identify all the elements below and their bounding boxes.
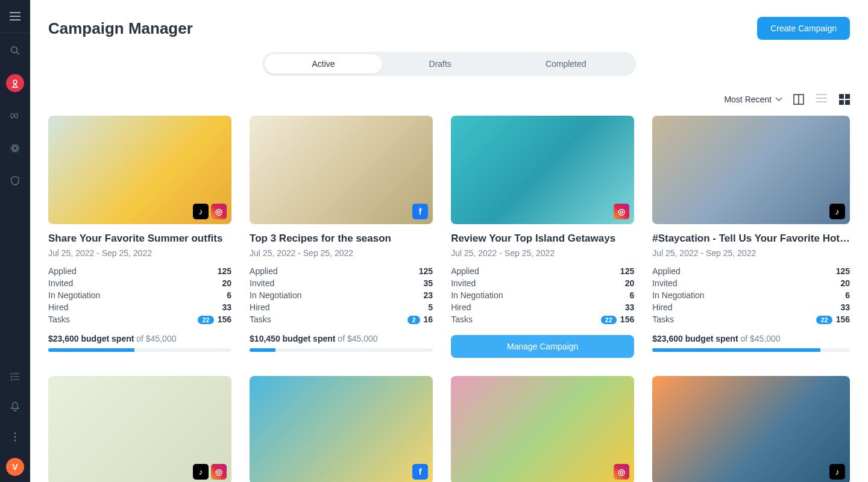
campaign-stats: Applied125Invited35In Negotiation23Hired… (250, 266, 433, 327)
stat-row-invited: Invited20 (48, 278, 231, 288)
campaign-image[interactable]: f (250, 116, 433, 224)
avatar[interactable]: V (6, 458, 24, 476)
campaign-image[interactable]: ♪ (652, 116, 850, 224)
svg-point-5 (14, 433, 16, 434)
budget-progress (250, 348, 433, 352)
tab-completed[interactable]: Completed (498, 54, 634, 74)
sort-dropdown[interactable]: Most Recent (724, 95, 782, 104)
tt-icon: ♪ (193, 204, 209, 219)
stat-value: 33 (222, 302, 231, 312)
shield-icon[interactable] (6, 172, 24, 190)
checklist-icon[interactable] (6, 368, 24, 386)
platform-badges: f (412, 464, 428, 480)
campaign-title[interactable]: Top 3 Recipes for the season (250, 233, 433, 245)
platform-badges: ◎ (614, 204, 629, 219)
stat-label: Invited (48, 278, 73, 288)
campaign-image[interactable]: ♪◎ (48, 376, 231, 482)
platform-badges: ♪◎ (193, 464, 227, 480)
tt-icon: ♪ (829, 464, 845, 480)
campaign-date: Jul 25, 2022 - Sep 25, 2022 (48, 248, 231, 258)
stat-row-invited: Invited35 (250, 278, 433, 288)
stat-label: Tasks (250, 315, 271, 324)
stat-value: 6 (629, 290, 634, 300)
campaign-image[interactable]: ◎ (451, 116, 634, 224)
campaign-date: Jul 25, 2022 - Sep 25, 2022 (652, 248, 850, 258)
stat-value: 5 (428, 302, 433, 312)
stat-row-tasks: Tasks22156 (48, 315, 231, 324)
platform-badges: ♪◎ (193, 204, 227, 219)
stat-label: Hired (48, 302, 68, 312)
stat-label: Tasks (451, 315, 473, 324)
campaign-title[interactable]: Share Your Favorite Summer outfits (48, 233, 231, 245)
campaigns-icon[interactable] (6, 74, 24, 92)
stat-value: 125 (836, 266, 850, 276)
toolbar: Most Recent (48, 94, 850, 105)
more-icon[interactable] (6, 428, 24, 446)
sidebar-divider (0, 33, 30, 33)
tab-pill: Active Drafts Completed (262, 52, 635, 76)
svg-point-0 (11, 47, 17, 53)
view-list-icon[interactable] (816, 94, 827, 105)
stat-value: 6 (227, 290, 231, 300)
stat-row-applied: Applied125 (652, 266, 850, 276)
create-campaign-button[interactable]: Create Campaign (757, 17, 850, 40)
campaign-card: ♪#Staycation - Tell Us Your Favorite Hot… (652, 116, 850, 358)
ig-icon: ◎ (211, 204, 227, 219)
chevron-down-icon (775, 97, 782, 102)
campaign-title[interactable]: Review Your Top Island Getaways (451, 233, 634, 245)
stat-value: 156 (836, 315, 850, 324)
svg-rect-12 (845, 100, 850, 105)
bell-icon[interactable] (6, 398, 24, 416)
stat-row-hired: Hired5 (250, 302, 433, 312)
stat-label: In Negotiation (451, 290, 503, 300)
tt-icon: ♪ (829, 204, 845, 219)
task-badge: 22 (198, 316, 213, 324)
campaign-image[interactable]: ♪◎ (48, 116, 231, 224)
budget-text: $23,600 budget spent of $45,000 (48, 334, 231, 343)
stat-value: 33 (625, 302, 635, 312)
tab-drafts[interactable]: Drafts (382, 54, 498, 74)
stat-row-tasks: Tasks216 (250, 315, 433, 324)
campaign-card: ♪◎ (48, 376, 231, 482)
manage-campaign-button[interactable]: Manage Campaign (451, 335, 634, 358)
stat-label: Tasks (652, 315, 674, 324)
campaign-stats: Applied125Invited20In Negotiation6Hired3… (48, 266, 231, 327)
stat-row-invited: Invited20 (652, 278, 850, 288)
platform-badges: ♪ (829, 204, 845, 219)
stat-label: Tasks (48, 315, 70, 324)
stat-row-negotiation: In Negotiation6 (451, 290, 634, 300)
stat-row-negotiation: In Negotiation6 (48, 290, 231, 300)
fb-icon: f (412, 204, 428, 219)
stat-value: 125 (620, 266, 634, 276)
campaign-image[interactable]: f (250, 376, 433, 482)
campaign-date: Jul 25, 2022 - Sep 25, 2022 (451, 248, 634, 258)
campaign-card: ◎ (451, 376, 634, 482)
stat-value-wrap: 22156 (198, 315, 231, 324)
stat-value-wrap: 216 (407, 315, 433, 324)
stat-row-invited: Invited20 (451, 278, 634, 288)
campaign-title[interactable]: #Staycation - Tell Us Your Favorite Hot… (652, 233, 850, 245)
budget-text: $10,450 budget spent of $45,000 (250, 334, 433, 343)
menu-icon[interactable] (6, 7, 24, 25)
atom-icon[interactable] (6, 139, 24, 157)
stat-value: 156 (620, 315, 634, 324)
campaign-card: ♪◎Share Your Favorite Summer outfitsJul … (48, 116, 231, 358)
svg-point-6 (14, 436, 16, 438)
campaign-image[interactable]: ◎ (451, 376, 634, 482)
search-icon[interactable] (6, 42, 24, 60)
stat-row-hired: Hired33 (451, 302, 634, 312)
svg-point-7 (14, 440, 16, 442)
stat-label: Invited (250, 278, 274, 288)
campaign-card: f (250, 376, 433, 482)
view-columns-icon[interactable] (793, 94, 804, 105)
page-title: Campaign Manager (48, 19, 193, 38)
infinity-icon[interactable] (6, 107, 24, 125)
budget-progress (652, 348, 850, 352)
stat-label: Hired (250, 302, 269, 312)
tab-active[interactable]: Active (265, 54, 382, 74)
view-grid-icon[interactable] (839, 94, 850, 105)
campaign-image[interactable]: ♪ (652, 376, 850, 482)
stat-row-applied: Applied125 (250, 266, 433, 276)
stat-value: 125 (218, 266, 231, 276)
stat-label: Applied (48, 266, 77, 276)
